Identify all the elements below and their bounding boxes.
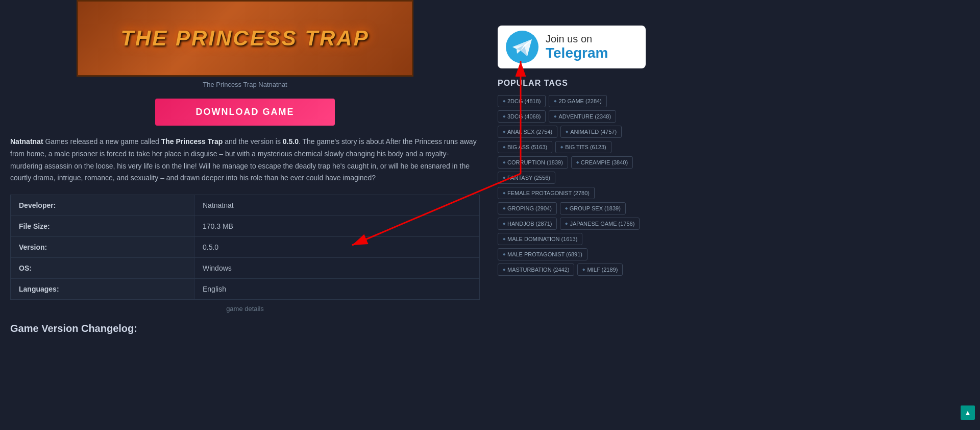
detail-label: File Size: [11,216,194,237]
tag-item[interactable]: JAPANESE GAME (1756) [560,218,640,230]
tag-item[interactable]: GROUP SEX (1839) [560,202,626,214]
tag-item[interactable]: ANIMATED (4757) [560,126,622,138]
developer-name: Natnatnat [10,137,43,146]
main-content: THE PRINCESS TRAP The Princess Trap Natn… [0,0,490,348]
tag-item[interactable]: MILF (2189) [577,264,623,276]
version-inline: 0.5.0 [283,137,299,146]
sidebar: Join us on Telegram POPULAR TAGS 2DCG (4… [490,0,653,348]
tag-item[interactable]: BIG TITS (6123) [555,141,611,153]
details-table: Developer:NatnatnatFile Size:170.3 MBVer… [10,195,480,300]
table-row: OS:Windows [11,258,480,279]
popular-tags-heading: POPULAR TAGS [498,79,646,88]
detail-value: English [194,279,480,300]
tag-item[interactable]: HANDJOB (2871) [498,218,557,230]
detail-value: 170.3 MB [194,216,480,237]
tag-item[interactable]: CORRUPTION (1839) [498,156,568,169]
table-caption: game details [10,305,480,313]
table-row: Version:0.5.0 [11,237,480,258]
game-name-inline: The Princess Trap [161,137,223,146]
tag-item[interactable]: 2DCG (4818) [498,95,546,107]
game-caption: The Princess Trap Natnatnat [10,81,480,88]
tag-item[interactable]: 3DCG (4068) [498,110,546,123]
download-button[interactable]: DOWNLOAD GAME [155,99,335,126]
tag-item[interactable]: MALE PROTAGONIST (6891) [498,248,587,260]
telegram-icon [506,31,538,63]
telegram-join-text: Join us on [546,33,608,45]
tag-item[interactable]: BIG ASS (5163) [498,141,552,153]
desc-middle: Games released a new game called [43,137,161,146]
tag-item[interactable]: FANTASY (2556) [498,172,555,184]
detail-value: 0.5.0 [194,237,480,258]
detail-label: Version: [11,237,194,258]
detail-value: Windows [194,258,480,279]
telegram-name-text: Telegram [546,45,608,61]
download-btn-container: DOWNLOAD GAME [10,99,480,126]
tag-item[interactable]: MASTURBATION (2442) [498,264,574,276]
tag-item[interactable]: ANAL SEX (2754) [498,126,557,138]
telegram-banner[interactable]: Join us on Telegram [498,26,646,68]
detail-label: Languages: [11,279,194,300]
table-row: Languages:English [11,279,480,300]
game-title: THE PRINCESS TRAP [120,26,369,51]
section-heading: Game Version Changelog: [10,323,480,338]
table-row: Developer:Natnatnat [11,195,480,216]
game-description: Natnatnat Games released a new game call… [10,136,480,184]
tags-container: 2DCG (4818)2D GAME (2284)3DCG (4068)ADVE… [498,95,646,276]
tag-item[interactable]: ADVENTURE (2348) [549,110,616,123]
game-image-container: THE PRINCESS TRAP The Princess Trap Natn… [10,0,480,88]
detail-value: Natnatnat [194,195,480,216]
telegram-text: Join us on Telegram [546,33,608,61]
detail-label: OS: [11,258,194,279]
tag-item[interactable]: FEMALE PROTAGONIST (2780) [498,187,595,199]
game-image: THE PRINCESS TRAP [77,0,413,77]
tag-item[interactable]: MALE DOMINATION (1613) [498,233,582,245]
table-row: File Size:170.3 MB [11,216,480,237]
desc-version-pre: and the version is [223,137,283,146]
tag-item[interactable]: CREAMPIE (3840) [571,156,633,169]
detail-label: Developer: [11,195,194,216]
tag-item[interactable]: GROPING (2904) [498,202,557,214]
tag-item[interactable]: 2D GAME (2284) [549,95,606,107]
